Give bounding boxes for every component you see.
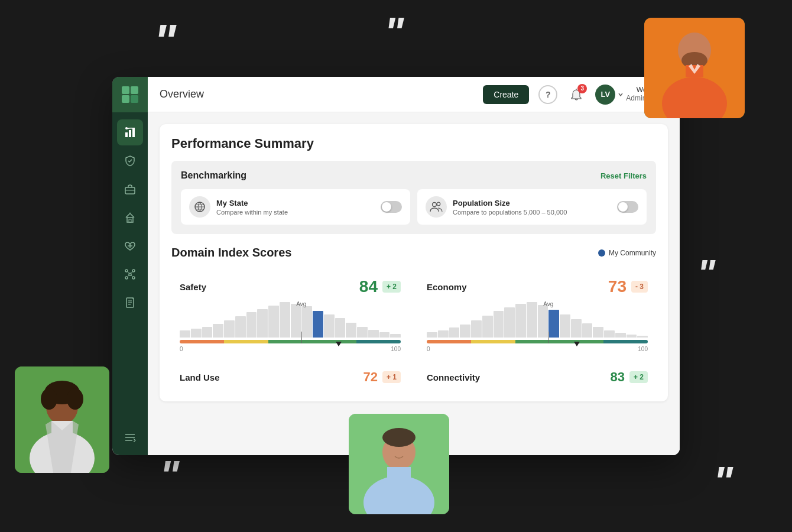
notification-wrapper: 3 [567,85,586,104]
sidebar-item-health[interactable] [117,233,143,259]
avatar-button[interactable]: LV [595,85,615,105]
economy-badge: - 3 [631,281,648,293]
home-icon [124,212,136,223]
person-photo-bottom-center [349,414,449,514]
bar [515,304,526,338]
quote-close-bl: " [160,455,179,497]
chevron-down-icon[interactable] [618,92,624,98]
bar [427,332,437,338]
bar [268,306,279,338]
bar [504,307,515,338]
domain-index-header: Domain Index Scores My Community [171,246,656,259]
bar [527,302,537,338]
chart-segment-teal [603,340,648,343]
bar [538,305,548,338]
bar [301,306,312,338]
safety-value: 84 [359,277,378,296]
bar [291,304,301,338]
safety-score-wrap: 84 + 2 [359,277,401,296]
bar [235,316,246,338]
safety-avg-marker [301,332,303,343]
safety-axis-max: 100 [391,346,401,352]
svg-point-48 [433,203,437,207]
scores-grid: Safety 84 + 2 Avg [171,269,656,358]
svg-rect-18 [131,86,138,94]
bar [582,323,593,338]
my-state-toggle[interactable] [381,201,402,213]
economy-avg-label: Avg [543,301,553,307]
bar-highlight [548,310,559,338]
help-button[interactable]: ? [538,85,557,104]
population-toggle[interactable] [617,201,638,213]
benchmarking-header: Benchmarking Reset Filters [181,170,647,181]
my-state-label: My State [216,199,375,207]
population-filter-text: Population Size Compare to populations 5… [453,199,611,216]
bar [202,327,213,338]
land-use-badge: + 1 [382,371,401,383]
connectivity-label: Connectivity [427,372,480,382]
svg-point-34 [125,277,128,279]
quote-open-br: " [713,461,733,502]
person-photo-bottom-left [15,366,109,473]
performance-summary-title: Performance Summary [171,136,656,151]
logo-icon [121,85,139,104]
sidebar-navigation [117,112,143,420]
economy-chart-line [427,340,648,343]
sidebar-item-work[interactable] [117,176,143,202]
svg-rect-19 [122,95,129,103]
bar [335,318,346,338]
sidebar-logo[interactable] [112,77,148,112]
bar [460,325,470,338]
bar [357,327,368,338]
app-window: Overview Create ? 3 LV Welcome, [112,77,680,455]
safety-marker-triangle [336,342,342,346]
person-photo-top-right [644,18,745,118]
svg-point-49 [437,202,440,206]
score-partial-connectivity: Connectivity 83 + 2 [418,365,656,390]
economy-axis-max: 100 [638,346,648,352]
sidebar-item-safety[interactable] [117,148,143,174]
top-navigation: Overview Create ? 3 LV Welcome, [148,77,680,112]
bar [438,330,449,338]
svg-point-31 [129,273,131,275]
benchmarking-section: Benchmarking Reset Filters [171,161,656,234]
economy-histogram [427,302,648,338]
chart-segment-teal [356,340,401,343]
safety-chart-line-wrap [180,340,401,343]
bar [257,309,268,338]
svg-point-33 [132,270,135,272]
bar [482,316,493,338]
economy-avg-marker [548,332,550,343]
sidebar-item-analytics[interactable] [117,119,143,145]
safety-chart: Avg [180,302,401,349]
bar-highlight [313,311,323,338]
sidebar-item-community[interactable] [117,261,143,287]
economy-score-wrap: 73 - 3 [608,277,648,296]
svg-line-39 [131,275,133,277]
bar [471,320,482,338]
land-use-value: 72 [363,369,378,385]
svg-point-14 [382,428,416,447]
briefcase-icon [124,183,136,195]
bar [180,330,190,338]
svg-line-38 [128,275,129,277]
economy-axis-min: 0 [427,346,430,352]
safety-chart-line [180,340,401,343]
globe-icon [194,201,206,213]
economy-chart: Avg [427,302,648,349]
sidebar-collapse-button[interactable] [117,427,143,448]
bar [571,319,582,338]
svg-rect-27 [127,218,133,222]
reset-filters-button[interactable]: Reset Filters [601,171,647,180]
score-header-safety: Safety 84 + 2 [180,277,401,296]
quote-open-tl: " [154,18,176,65]
create-button[interactable]: Create [483,85,529,104]
legend-dot [598,249,605,257]
connectivity-value: 83 [611,369,625,385]
my-state-filter-text: My State Compare within my state [216,199,375,216]
report-icon [124,297,136,309]
sidebar-item-reports[interactable] [117,290,143,316]
chart-segment-yellow [224,340,268,343]
sidebar-item-housing[interactable] [117,205,143,231]
svg-line-36 [128,272,129,274]
